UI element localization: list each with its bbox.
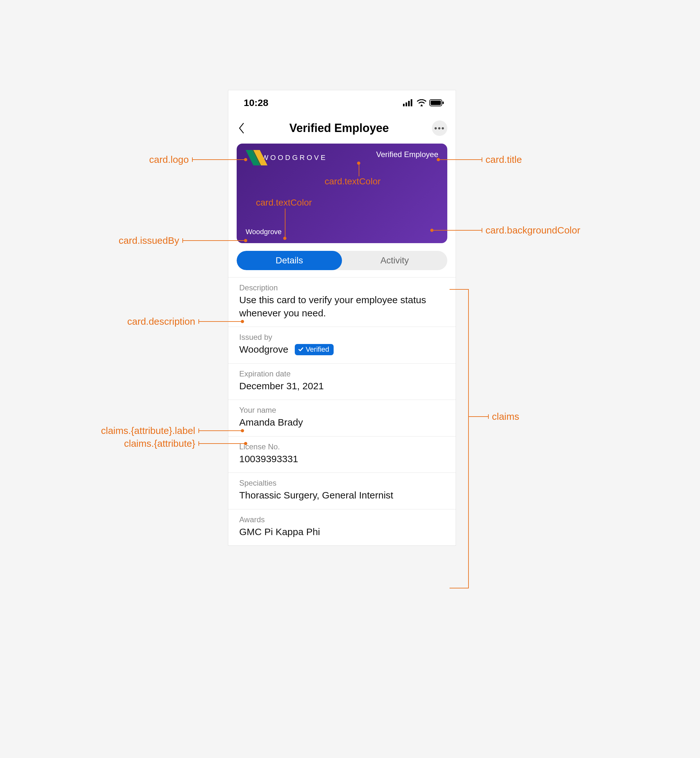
more-button[interactable]: •••	[432, 120, 447, 136]
annotation-line	[285, 208, 286, 237]
row-description: Description Use this card to verify your…	[228, 278, 456, 327]
card-title-text: Verified Employee	[377, 150, 438, 159]
check-icon	[298, 347, 304, 352]
annotation-card-title: card.title	[437, 154, 565, 165]
license-value: 10039393331	[239, 453, 445, 466]
nav-bar: Verified Employee •••	[228, 114, 456, 144]
specialties-value: Thorassic Surgery, General Internist	[239, 489, 445, 502]
row-expiration: Expiration date December 31, 2021	[228, 364, 456, 400]
issued-by-value: Woodgrove	[239, 343, 288, 356]
row-name: Your name Amanda Brady	[228, 400, 456, 436]
svg-rect-3	[411, 99, 412, 106]
awards-label: Awards	[239, 515, 445, 524]
chevron-left-icon	[238, 123, 245, 134]
annotation-card-textcolor-1: card.textColor	[325, 176, 381, 187]
annotation-dot	[283, 237, 286, 240]
annotation-card-description: card.description	[77, 316, 244, 327]
tab-activity[interactable]: Activity	[342, 251, 447, 270]
svg-rect-2	[408, 101, 410, 106]
issued-by-label: Issued by	[239, 333, 445, 342]
phone-mockup: 10:28 Verified Employee •••	[228, 90, 456, 546]
page-title: Verified Employee	[246, 121, 432, 135]
annotation-card-textcolor-2: card.textColor	[256, 197, 312, 208]
more-icon: •••	[434, 123, 445, 133]
row-specialties: Specialties Thorassic Surgery, General I…	[228, 473, 456, 510]
annotation-line	[359, 164, 359, 176]
tabs: Details Activity	[237, 251, 447, 270]
name-label: Your name	[239, 406, 445, 415]
row-license: License No. 10039393331	[228, 436, 456, 473]
card-logo: WOODGROVE	[245, 150, 327, 166]
annotation-claims: claims	[469, 411, 552, 422]
annotation-claims-bracket	[450, 289, 469, 588]
annotation-card-issuedby: card.issuedBy	[83, 235, 247, 246]
annotation-claims-attr-label: claims.{attribute}.label	[48, 425, 244, 436]
annotation-card-bgcolor: card.backgroundColor	[430, 225, 610, 236]
expiration-label: Expiration date	[239, 369, 445, 378]
row-awards: Awards GMC Pi Kappa Phi	[228, 510, 456, 546]
annotation-dot	[357, 161, 360, 165]
name-value: Amanda Brady	[239, 416, 445, 429]
cellular-icon	[403, 99, 414, 106]
annotation-card-logo: card.logo	[96, 154, 247, 165]
battery-icon	[429, 99, 444, 106]
specialties-label: Specialties	[239, 478, 445, 488]
details-list: Description Use this card to verify your…	[228, 277, 456, 545]
back-button[interactable]	[237, 122, 246, 134]
verified-badge: Verified	[295, 344, 334, 355]
verified-badge-text: Verified	[306, 345, 329, 354]
wifi-icon	[416, 99, 427, 106]
credential-card: WOODGROVE Verified Employee Woodgrove	[237, 144, 447, 243]
tab-details[interactable]: Details	[237, 251, 342, 270]
svg-rect-0	[403, 104, 405, 106]
expiration-value: December 31, 2021	[239, 380, 445, 393]
svg-rect-1	[406, 102, 407, 106]
svg-rect-6	[431, 100, 441, 105]
description-label: Description	[239, 283, 445, 292]
status-indicators	[403, 99, 444, 106]
description-value: Use this card to verify your employee st…	[239, 294, 445, 320]
svg-rect-7	[442, 102, 444, 104]
status-time: 10:28	[244, 97, 269, 108]
annotation-claims-attr: claims.{attribute}	[70, 438, 247, 449]
awards-value: GMC Pi Kappa Phi	[239, 525, 445, 539]
license-label: License No.	[239, 442, 445, 451]
card-issuer-text: Woodgrove	[245, 228, 281, 236]
svg-point-4	[421, 105, 423, 106]
logo-mark-icon	[245, 150, 268, 166]
row-issued-by: Issued by Woodgrove Verified	[228, 327, 456, 364]
status-bar: 10:28	[228, 90, 456, 114]
card-logo-text: WOODGROVE	[262, 153, 327, 162]
